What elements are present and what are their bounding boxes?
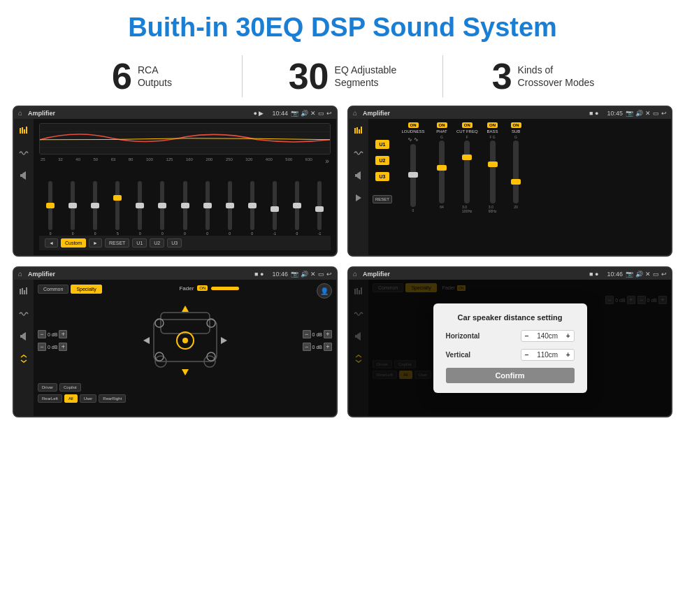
home-icon-2[interactable]: ⌂ (353, 109, 357, 117)
eq-slider-7[interactable]: 0 (175, 181, 194, 236)
db-val-rr: 0 dB (312, 345, 322, 350)
db-minus-rr[interactable]: − (303, 343, 311, 351)
dialog-title: Car speaker distance setting (446, 313, 575, 322)
eq-slider-2[interactable]: 0 (63, 181, 82, 236)
horizontal-spinner[interactable]: − 140cm + (521, 330, 575, 342)
phat-on[interactable]: ON (437, 122, 447, 128)
db-minus-fl[interactable]: − (38, 330, 46, 338)
db-minus-fr[interactable]: − (303, 330, 311, 338)
more-icon[interactable]: » (325, 157, 329, 165)
tab-specialty[interactable]: Specialty (71, 285, 101, 294)
db-plus-fl[interactable]: + (59, 330, 67, 338)
speaker-icon-2[interactable] (352, 169, 365, 182)
curve-btn-1[interactable]: ∿ (408, 136, 412, 143)
screen4-body: Common Specialty Fader ON −0 dB+ −0 dB+ … (349, 280, 671, 416)
speaker-icon-3[interactable] (17, 330, 30, 343)
wave-icon-2[interactable] (352, 147, 365, 159)
horizontal-plus[interactable]: + (566, 332, 570, 340)
vertical-plus[interactable]: + (566, 351, 570, 359)
eq-slider-13[interactable]: -1 (310, 181, 329, 236)
channel-icon-2[interactable] (352, 192, 365, 204)
u3-btn-2[interactable]: U3 (375, 172, 390, 181)
eq-slider-8[interactable]: 0 (198, 181, 217, 236)
driver-btn[interactable]: Driver (38, 383, 57, 392)
eq-icon[interactable] (17, 124, 30, 137)
u1-btn-2[interactable]: U1 (375, 140, 390, 149)
cutfreq-on[interactable]: ON (462, 122, 473, 128)
wave-icon[interactable] (17, 147, 30, 159)
prev-btn[interactable]: ◄ (45, 238, 58, 248)
reset-btn-2[interactable]: RESET (373, 195, 392, 203)
db-plus-fr[interactable]: + (324, 330, 332, 338)
u2-btn-2[interactable]: U2 (375, 156, 390, 165)
custom-btn[interactable]: Custom (61, 238, 86, 248)
screen-crossover: ⌂ Amplifier ■ ● 10:45 📷 🔊 ✕ ▭ ↩ (347, 106, 672, 257)
left-controls-1 (14, 119, 34, 255)
stat-crossover-number: 3 (492, 58, 512, 94)
wave-icon-3[interactable] (17, 308, 30, 320)
home-icon-4[interactable]: ⌂ (353, 270, 357, 278)
profile-icon[interactable]: 👤 (317, 283, 332, 299)
eq-slider-12[interactable]: 0 (287, 181, 307, 236)
eq-slider-11[interactable]: -1 (265, 181, 284, 236)
eq-slider-9[interactable]: 0 (220, 181, 240, 236)
rearleft-btn[interactable]: RearLeft (38, 394, 62, 403)
confirm-button[interactable]: Confirm (446, 368, 575, 383)
bass-on[interactable]: ON (487, 122, 498, 128)
user-btn-3[interactable]: User (80, 394, 97, 403)
screen2-body: U1 U2 U3 RESET ON LOUDNESS ∿ ∿ (349, 119, 671, 255)
eq-slider-5[interactable]: 0 (130, 181, 150, 236)
next-btn[interactable]: ► (89, 238, 102, 248)
back-icon-3[interactable]: ↩ (326, 271, 332, 278)
stat-crossover-label: Kinds ofCrossover Modes (518, 64, 595, 89)
phat-slider[interactable] (439, 141, 445, 203)
back-icon-2[interactable]: ↩ (661, 110, 667, 117)
db-ctrl-fl: − 0 dB + (38, 330, 67, 338)
loudness-slider[interactable] (410, 144, 416, 207)
eq-slider-1[interactable]: 0 (41, 181, 60, 236)
eq-icon-3[interactable] (17, 285, 30, 298)
vertical-row: Vertical − 110cm + (446, 349, 575, 361)
vertical-spinner[interactable]: − 110cm + (521, 349, 575, 361)
sub-on[interactable]: ON (511, 122, 521, 128)
arrows-icon-3[interactable] (17, 352, 30, 365)
bass-slider-f[interactable] (490, 141, 496, 203)
fader-on-badge[interactable]: ON (197, 285, 208, 291)
copilot-btn[interactable]: Copilot (59, 383, 81, 392)
fader-slider[interactable] (211, 287, 239, 290)
reset-btn-1[interactable]: RESET (105, 238, 129, 248)
screen2-title: Amplifier (363, 110, 586, 117)
rect-icon-3: ▭ (318, 271, 324, 278)
back-icon-4[interactable]: ↩ (661, 271, 667, 278)
eq-slider-3[interactable]: 0 (85, 181, 105, 236)
home-icon-3[interactable]: ⌂ (18, 270, 22, 278)
cutfreq-slider[interactable] (464, 141, 470, 203)
u1-btn-1[interactable]: U1 (132, 238, 147, 248)
screen3-title: Amplifier (28, 271, 252, 278)
freq-250: 250 (226, 157, 233, 165)
eq-slider-10[interactable]: 0 (243, 181, 262, 236)
db-plus-rl[interactable]: + (59, 343, 67, 351)
all-btn[interactable]: All (64, 394, 78, 403)
eq-icon-2[interactable] (352, 124, 365, 137)
svg-point-28 (182, 338, 188, 343)
speaker-icon[interactable] (17, 169, 30, 182)
tab-common[interactable]: Common (38, 285, 68, 294)
u2-btn-1[interactable]: U2 (150, 238, 164, 248)
sub-slider[interactable] (513, 141, 519, 203)
statusbar-4: ⌂ Amplifier ■ ● 10:46 📷 🔊 ✕ ▭ ↩ (349, 268, 671, 280)
screen4-title: Amplifier (363, 271, 586, 278)
home-icon-1[interactable]: ⌂ (18, 109, 22, 117)
svg-rect-10 (354, 128, 356, 134)
back-icon-1[interactable]: ↩ (326, 110, 332, 117)
rearright-btn[interactable]: RearRight (99, 394, 126, 403)
eq-slider-6[interactable]: 0 (152, 181, 172, 236)
loudness-on[interactable]: ON (408, 122, 419, 128)
u3-btn-1[interactable]: U3 (167, 238, 182, 248)
db-plus-rr[interactable]: + (324, 343, 332, 351)
eq-slider-4[interactable]: 5 (108, 181, 127, 236)
curve-btn-2[interactable]: ∿ (414, 136, 419, 143)
db-minus-rl[interactable]: − (38, 343, 46, 351)
horizontal-minus[interactable]: − (525, 332, 529, 340)
vertical-minus[interactable]: − (525, 351, 529, 359)
